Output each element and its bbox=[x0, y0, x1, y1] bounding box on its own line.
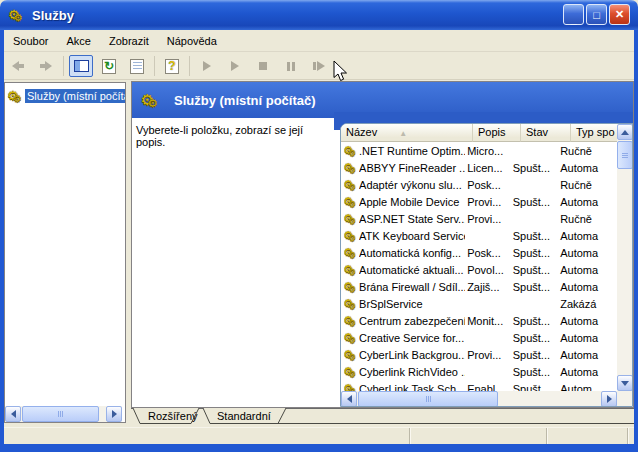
back-icon[interactable] bbox=[6, 55, 30, 77]
cell-typ: Automa bbox=[558, 349, 617, 361]
cell-stav: Spušt... bbox=[511, 196, 558, 208]
status-bar bbox=[4, 427, 634, 444]
cell-popis: Posk... bbox=[465, 179, 511, 191]
show-hide-console-tree-icon[interactable] bbox=[69, 55, 93, 77]
toolbar-separator bbox=[154, 56, 155, 76]
list-vertical-scrollbar[interactable] bbox=[617, 124, 633, 407]
table-row[interactable]: ⚙⚙ Automatické aktuali... Povol... Spušt… bbox=[341, 261, 617, 278]
sort-ascending-icon: ▲ bbox=[399, 129, 407, 138]
close-button[interactable]: ✕ bbox=[609, 4, 630, 25]
cell-nazev: Automatické aktuali... bbox=[359, 264, 465, 276]
table-row[interactable]: ⚙⚙ Apple Mobile Device Provi... Spušt...… bbox=[341, 193, 617, 210]
table-row[interactable]: ⚙⚙ Cyberlink RichVideo ... Spušt... Auto… bbox=[341, 363, 617, 380]
cell-typ: Zakázá bbox=[558, 298, 617, 310]
table-row[interactable]: ⚙⚙ CyberLink Backgrou... Provi... Spušt.… bbox=[341, 346, 617, 363]
toolbar-separator bbox=[63, 56, 64, 76]
scroll-right-icon[interactable] bbox=[106, 406, 122, 422]
service-gears-icon: ⚙⚙ bbox=[343, 144, 357, 158]
title-bar[interactable]: ⚙⚙ Služby _ □ ✕ bbox=[0, 0, 638, 30]
start-service-icon[interactable] bbox=[195, 55, 219, 77]
scrollbar-thumb[interactable] bbox=[22, 406, 99, 422]
table-row[interactable]: ⚙⚙ .NET Runtime Optim... Micro... Ručně bbox=[341, 142, 617, 159]
column-header-typ[interactable]: Typ spo bbox=[571, 124, 617, 142]
menu-bar: Soubor Akce Zobrazit Nápověda bbox=[4, 30, 634, 52]
cell-stav: Spušt... bbox=[511, 264, 558, 276]
cell-typ: Automa bbox=[558, 264, 617, 276]
cell-typ: Autom... bbox=[558, 383, 617, 392]
sidebar-item-services[interactable]: ⚙⚙ Služby (místní počíta bbox=[7, 87, 125, 104]
cell-popis: Provi... bbox=[465, 213, 511, 225]
menu-zobrazit[interactable]: Zobrazit bbox=[100, 32, 158, 50]
table-row[interactable]: ⚙⚙ ABBYY FineReader ... Licen... Spušt..… bbox=[341, 159, 617, 176]
menu-akce[interactable]: Akce bbox=[57, 32, 99, 50]
table-row[interactable]: ⚙⚙ CyberLink Task Sch... Enabl... Spušt.… bbox=[341, 380, 617, 391]
cell-typ: Automa bbox=[558, 247, 617, 259]
table-row[interactable]: ⚙⚙ BrSplService Zakázá bbox=[341, 295, 617, 312]
column-header-nazev[interactable]: Název▲ bbox=[341, 124, 473, 142]
status-pane bbox=[410, 428, 547, 444]
table-row[interactable]: ⚙⚙ ATK Keyboard Service Spušt... Automa bbox=[341, 227, 617, 244]
minimize-button[interactable]: _ bbox=[563, 4, 584, 25]
forward-icon[interactable] bbox=[34, 55, 58, 77]
menu-napoveda[interactable]: Nápověda bbox=[158, 32, 226, 50]
list-horizontal-scrollbar[interactable] bbox=[341, 391, 617, 407]
cell-nazev: Adaptér výkonu slu... bbox=[359, 179, 465, 191]
table-row[interactable]: ⚙⚙ Adaptér výkonu slu... Posk... Ručně bbox=[341, 176, 617, 193]
selection-hint-text: Vyberete-li položku, zobrazí se její pop… bbox=[136, 124, 332, 148]
table-row[interactable]: ⚙⚙ Centrum zabezpečení Monit... Spušt...… bbox=[341, 312, 617, 329]
scroll-up-icon[interactable] bbox=[617, 124, 633, 140]
tree-horizontal-scrollbar[interactable] bbox=[5, 406, 122, 422]
window-frame-right bbox=[634, 30, 638, 452]
services-window: ⚙⚙ Služby _ □ ✕ Soubor Akce Zobrazit Náp… bbox=[0, 0, 638, 452]
restart-service-icon[interactable] bbox=[307, 55, 331, 77]
table-row[interactable]: ⚙⚙ Brána Firewall / Sdíl... Zajiš... Spu… bbox=[341, 278, 617, 295]
resume-service-icon[interactable] bbox=[223, 55, 247, 77]
table-row[interactable]: ⚙⚙ ASP.NET State Serv... Provi... Ručně bbox=[341, 210, 617, 227]
services-gears-icon: ⚙⚙ bbox=[141, 91, 162, 109]
refresh-icon[interactable]: ↻ bbox=[97, 55, 121, 77]
toolbar-separator bbox=[189, 56, 190, 76]
column-header-popis[interactable]: Popis bbox=[473, 124, 521, 142]
scroll-down-icon[interactable] bbox=[617, 375, 633, 391]
list-rows: ⚙⚙ .NET Runtime Optim... Micro... Ručně … bbox=[341, 142, 617, 391]
toolbar: ↻ ? bbox=[4, 53, 634, 80]
scrollbar-thumb[interactable] bbox=[617, 141, 633, 169]
scroll-left-icon[interactable] bbox=[341, 391, 357, 407]
cell-typ: Automa bbox=[558, 332, 617, 344]
cell-typ: Automa bbox=[558, 162, 617, 174]
services-gears-icon: ⚙⚙ bbox=[7, 88, 25, 104]
cell-nazev: Centrum zabezpečení bbox=[359, 315, 465, 327]
service-gears-icon: ⚙⚙ bbox=[343, 161, 357, 175]
help-icon[interactable]: ? bbox=[160, 55, 184, 77]
table-row[interactable]: ⚙⚙ Automatická konfig... Posk... Spušt..… bbox=[341, 244, 617, 261]
export-list-icon[interactable] bbox=[125, 55, 149, 77]
cell-stav: Spušt... bbox=[511, 383, 558, 392]
cell-nazev: Automatická konfig... bbox=[359, 247, 465, 259]
tab-label-rozsireny[interactable]: Rozšířený bbox=[148, 410, 198, 422]
cell-popis: Enabl... bbox=[465, 383, 511, 392]
tab-label-standardni[interactable]: Standardní bbox=[217, 410, 271, 422]
service-gears-icon: ⚙⚙ bbox=[343, 229, 357, 243]
services-list: Název▲ Popis Stav Typ spo ⚙⚙ .NET Runtim… bbox=[340, 123, 633, 407]
cell-nazev: Brána Firewall / Sdíl... bbox=[359, 281, 465, 293]
stop-service-icon[interactable] bbox=[251, 55, 275, 77]
cell-nazev: .NET Runtime Optim... bbox=[359, 145, 465, 157]
column-header-stav[interactable]: Stav bbox=[521, 124, 571, 142]
mouse-cursor bbox=[333, 60, 349, 84]
maximize-button[interactable]: □ bbox=[586, 4, 607, 25]
cell-nazev: ATK Keyboard Service bbox=[359, 230, 465, 242]
cell-popis: Provi... bbox=[465, 349, 511, 361]
cell-nazev: Creative Service for... bbox=[359, 332, 465, 344]
cell-stav: Spušt... bbox=[511, 230, 558, 242]
scrollbar-thumb[interactable] bbox=[358, 391, 498, 407]
cell-stav: Spušt... bbox=[511, 281, 558, 293]
service-gears-icon: ⚙⚙ bbox=[343, 314, 357, 328]
scroll-left-icon[interactable] bbox=[5, 406, 21, 422]
cell-nazev: ABBYY FineReader ... bbox=[359, 162, 465, 174]
scroll-right-icon[interactable] bbox=[601, 391, 617, 407]
table-row[interactable]: ⚙⚙ Creative Service for... Spušt... Auto… bbox=[341, 329, 617, 346]
cell-typ: Automa bbox=[558, 366, 617, 378]
pause-service-icon[interactable] bbox=[279, 55, 303, 77]
menu-soubor[interactable]: Soubor bbox=[4, 32, 57, 50]
status-pane bbox=[4, 428, 410, 444]
